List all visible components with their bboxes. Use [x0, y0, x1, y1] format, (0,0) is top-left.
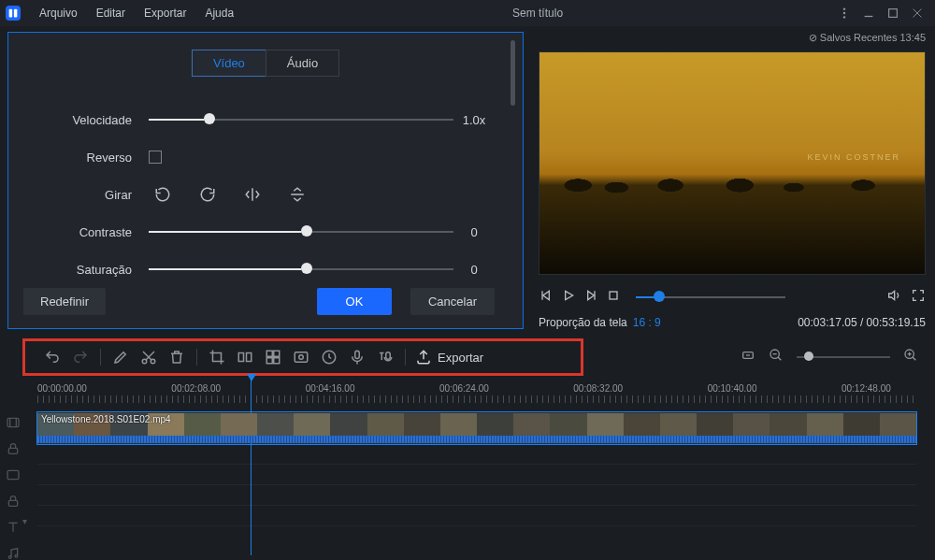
svg-line-40	[913, 357, 915, 360]
video-track-icon[interactable]	[6, 415, 34, 434]
ok-button[interactable]: OK	[317, 288, 392, 315]
split-icon[interactable]	[231, 343, 259, 371]
track-3[interactable]	[37, 465, 916, 485]
track-4[interactable]	[37, 485, 916, 506]
app-logo	[6, 6, 21, 21]
preview-credit-text: KEVIN COSTNER	[807, 152, 900, 162]
svg-rect-41	[7, 418, 19, 426]
svg-point-47	[8, 556, 11, 559]
volume-icon[interactable]	[886, 288, 901, 307]
svg-rect-45	[7, 470, 19, 479]
clip-filename: Yellowstone.2018.S01E02.mp4	[41, 414, 171, 424]
svg-rect-44	[8, 448, 17, 453]
cancel-button[interactable]: Cancelar	[410, 288, 495, 315]
voice-icon[interactable]	[343, 343, 371, 371]
speed-icon[interactable]	[315, 343, 343, 371]
tab-video[interactable]: Vídeo	[192, 50, 266, 77]
lock-icon[interactable]	[6, 441, 34, 460]
collapse-tracks-icon[interactable]: ▾	[22, 516, 27, 526]
more-icon[interactable]	[832, 1, 856, 25]
rotate-ccw-icon[interactable]	[154, 186, 171, 203]
export-button[interactable]: Exportar	[415, 349, 483, 366]
svg-rect-6	[889, 9, 898, 18]
progress-slider[interactable]	[636, 296, 785, 298]
panel-scrollbar[interactable]	[511, 40, 515, 106]
video-track2-icon[interactable]	[6, 467, 34, 486]
svg-rect-22	[266, 351, 272, 356]
saturation-slider[interactable]	[149, 268, 453, 270]
editing-toolbar: Exportar	[22, 338, 583, 376]
contrast-slider[interactable]	[149, 231, 453, 233]
menu-export[interactable]: Exportar	[135, 7, 195, 20]
svg-rect-14	[610, 292, 617, 299]
svg-rect-0	[9, 9, 13, 18]
svg-marker-11	[566, 291, 573, 299]
text-track-icon[interactable]	[6, 520, 34, 538]
speed-slider[interactable]	[149, 119, 453, 121]
tts-icon[interactable]	[371, 343, 399, 371]
svg-rect-21	[247, 353, 252, 362]
playhead[interactable]	[251, 378, 252, 555]
record-icon[interactable]	[287, 343, 315, 371]
lock2-icon[interactable]	[6, 494, 34, 512]
menu-help[interactable]: Ajuda	[195, 7, 243, 20]
rotate-label: Girar	[27, 188, 149, 202]
fit-icon[interactable]	[741, 348, 755, 366]
zoom-out-icon[interactable]	[769, 348, 784, 366]
track-5[interactable]	[37, 506, 916, 526]
prev-frame-button[interactable]	[539, 288, 554, 307]
svg-rect-25	[274, 358, 280, 364]
svg-rect-23	[274, 351, 280, 356]
next-frame-button[interactable]	[583, 288, 598, 307]
saturation-value: 0	[453, 263, 495, 277]
undo-icon[interactable]	[38, 343, 66, 371]
audio-track-icon[interactable]	[6, 546, 34, 560]
svg-point-2	[843, 7, 845, 9]
cut-icon[interactable]	[135, 343, 163, 371]
aspect-value[interactable]: 16 : 9	[633, 316, 661, 329]
reset-button[interactable]: Redefinir	[23, 288, 106, 315]
titlebar: Arquivo Editar Exportar Ajuda Sem título	[0, 0, 935, 26]
aspect-label: Proporção da tela	[539, 316, 627, 329]
mosaic-icon[interactable]	[259, 343, 287, 371]
reverse-label: Reverso	[27, 151, 149, 165]
redo-icon[interactable]	[66, 343, 94, 371]
video-preview[interactable]: KEVIN COSTNER	[539, 51, 926, 275]
transport-controls	[539, 288, 926, 307]
play-button[interactable]	[561, 288, 576, 307]
stop-button[interactable]	[606, 288, 621, 307]
reverse-checkbox[interactable]	[149, 151, 162, 164]
zoom-in-icon[interactable]	[903, 348, 918, 366]
menu-file[interactable]: Arquivo	[30, 7, 87, 20]
fullscreen-icon[interactable]	[911, 288, 926, 307]
crop-icon[interactable]	[203, 343, 231, 371]
rotate-cw-icon[interactable]	[199, 186, 216, 203]
edit-icon[interactable]	[107, 343, 135, 371]
menu-edit[interactable]: Editar	[87, 7, 135, 20]
flip-horizontal-icon[interactable]	[244, 186, 261, 203]
flip-vertical-icon[interactable]	[289, 186, 306, 203]
svg-line-36	[778, 357, 781, 360]
close-icon[interactable]	[905, 1, 929, 25]
window-title: Sem título	[243, 7, 832, 20]
time-ticks[interactable]	[37, 395, 916, 403]
time-ruler[interactable]: 00:00:00.0000:02:08.0000:04:16.00 00:06:…	[37, 383, 916, 394]
svg-rect-26	[295, 352, 308, 363]
svg-rect-29	[355, 351, 360, 358]
tab-audio[interactable]: Áudio	[266, 50, 339, 77]
svg-rect-20	[238, 353, 243, 362]
track-2[interactable]	[37, 444, 916, 465]
video-clip[interactable]: Yellowstone.2018.S01E02.mp4	[37, 412, 916, 444]
zoom-slider[interactable]	[797, 356, 890, 358]
minimize-icon[interactable]	[856, 1, 881, 25]
svg-point-48	[15, 554, 18, 557]
svg-point-4	[843, 16, 845, 18]
svg-rect-31	[386, 352, 391, 360]
timeline: 00:00:00.0000:02:08.0000:04:16.00 00:06:…	[0, 378, 935, 526]
delete-icon[interactable]	[163, 343, 191, 371]
svg-point-3	[843, 12, 845, 14]
svg-marker-15	[889, 291, 895, 299]
maximize-icon[interactable]	[881, 1, 905, 25]
video-properties-panel: Vídeo Áudio Velocidade 1.0x Reverso Gira…	[7, 32, 524, 329]
speed-value: 1.0x	[453, 113, 495, 127]
